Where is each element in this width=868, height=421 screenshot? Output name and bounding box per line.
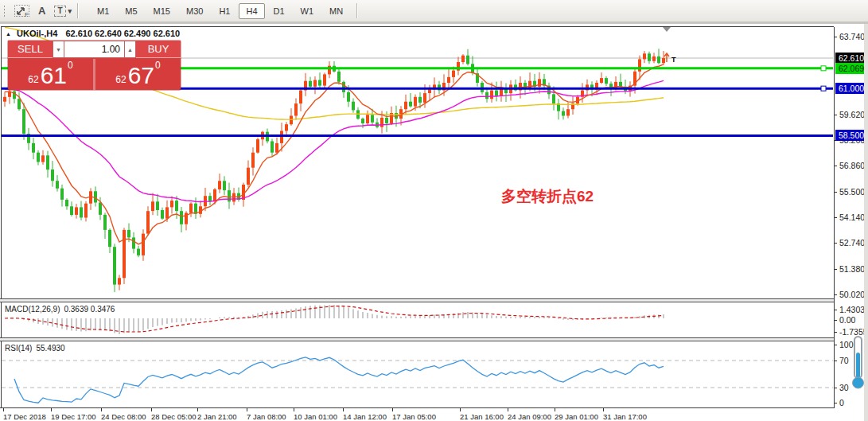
time-tick: [508, 408, 508, 411]
price-tick-label: 59.620: [839, 110, 865, 119]
price-level-label: 61.000: [835, 83, 867, 94]
rsi-label: RSI(14)55.4930: [5, 344, 65, 353]
price-tick-label: 56.860: [839, 161, 865, 170]
toolbar-separator: [77, 3, 79, 18]
rsi-axis-label: 70: [839, 356, 849, 365]
line-handle[interactable]: [821, 66, 826, 71]
price-level-label: 62.069: [835, 63, 867, 74]
volume-input[interactable]: 1.00: [64, 41, 124, 58]
time-tick: [343, 408, 344, 411]
time-tick-label: 28 Dec 05:00: [151, 412, 197, 421]
time-tick: [101, 408, 102, 411]
price-tick: [835, 217, 837, 218]
tab-timeframe-m30[interactable]: M30: [179, 3, 210, 19]
price-tick: [835, 269, 837, 270]
sell-price-button[interactable]: 62 61 0: [8, 59, 93, 90]
macd-axis-tick: [835, 320, 837, 321]
tab-timeframe-m5[interactable]: M5: [118, 3, 144, 19]
volume-decrease-button[interactable]: ▼: [53, 41, 64, 58]
sell-button[interactable]: SELL: [8, 41, 53, 58]
buy-button[interactable]: BUY: [136, 41, 181, 58]
rsi-line: [14, 357, 664, 403]
price-tick: [835, 243, 837, 244]
time-tick-label: 2 Jan 21:00: [197, 412, 237, 421]
time-tick: [603, 408, 604, 411]
time-tick-label: 17 Jan 05:00: [392, 412, 436, 421]
svg-text:T: T: [671, 56, 676, 64]
buy-price-prefix: 62: [115, 74, 126, 85]
tab-timeframe-w1[interactable]: W1: [294, 3, 321, 19]
sell-price-big: 61: [41, 64, 67, 88]
time-tick: [294, 408, 294, 411]
time-tick: [460, 408, 461, 411]
price-tick: [835, 294, 837, 295]
one-click-trading-panel: SELL ▼ 1.00 ▲ BUY 62 61 0 62 67 0: [8, 41, 181, 90]
line-handle[interactable]: [821, 86, 826, 91]
time-tick: [151, 408, 152, 411]
buy-price-big: 67: [128, 64, 154, 88]
time-tick-label: 7 Jan 08:00: [247, 412, 286, 421]
dropdown-caret-icon[interactable]: ▾: [68, 7, 72, 15]
price-tick: [835, 192, 837, 193]
rsi-axis-tick: [835, 403, 837, 403]
tab-timeframe-m1[interactable]: M1: [90, 3, 116, 19]
volume-increase-button[interactable]: ▲: [124, 41, 136, 58]
text-t-icon[interactable]: T: [54, 6, 65, 17]
macd-pane[interactable]: [2, 302, 833, 337]
time-tick: [555, 408, 555, 411]
time-tick: [197, 408, 198, 411]
window-edge: [864, 24, 868, 421]
macd-label: MACD(12,26,9)0.3639 0.3476: [5, 305, 115, 314]
rsi-pane[interactable]: [2, 341, 833, 407]
price-tick: [835, 115, 837, 115]
buy-price-sup: 0: [155, 60, 161, 71]
text-annotation: 多空转折点62: [501, 186, 594, 207]
tab-timeframe-mn[interactable]: MN: [322, 3, 350, 19]
ohlc-values: 62.610 62.640 62.490 62.610: [65, 29, 180, 38]
macd-axis-label: 1.4303: [839, 305, 865, 314]
time-tick-label: 24 Jan 09:00: [508, 412, 551, 421]
price-tick: [835, 166, 837, 166]
moving-average-medium: [5, 80, 664, 201]
time-tick: [392, 408, 393, 411]
macd-axis-tick: [835, 310, 837, 310]
font-a-icon[interactable]: A: [38, 5, 45, 17]
tab-timeframe-h4[interactable]: H4: [239, 3, 264, 19]
tab-timeframe-m15[interactable]: M15: [146, 3, 177, 19]
time-tick-label: 29 Jan 01:00: [555, 412, 598, 421]
rsi-axis-tick: [835, 345, 837, 345]
mt4-window: FAT▾ M1M5M15M30H1H4D1W1MN T ▲ UKOil-,H4 …: [0, 0, 868, 421]
chart-window: T ▲ UKOil-,H4 62.610 62.640 62.490 62.61…: [0, 21, 868, 421]
tab-timeframe-h1[interactable]: H1: [212, 3, 237, 19]
crosshair-arrows-icon[interactable]: [15, 6, 27, 17]
toolbar-separator: [356, 3, 358, 18]
buy-price-button[interactable]: 62 67 0: [95, 59, 181, 90]
time-tick: [51, 408, 52, 411]
time-tick-label: 24 Dec 08:00: [101, 412, 146, 421]
rsi-axis-tick: [835, 388, 837, 388]
price-tick-label: 54.140: [839, 212, 865, 222]
time-tick: [247, 408, 247, 411]
timeframe-buttons: M1M5M15M30H1H4D1W1MN: [89, 3, 351, 19]
tab-timeframe-d1[interactable]: D1: [267, 3, 292, 19]
time-tick-label: 17 Dec 2018: [3, 412, 46, 421]
panel-divider: [93, 59, 95, 90]
time-axis[interactable]: 17 Dec 201819 Dec 17:0024 Dec 08:0028 De…: [0, 408, 834, 421]
rsi-axis-label: 30: [839, 383, 849, 392]
price-tick: [835, 37, 837, 37]
toolbar-icons: FAT▾: [6, 5, 72, 17]
chart-title: ▲ UKOil-,H4 62.610 62.640 62.490 62.610: [6, 29, 180, 38]
price-tick-label: 55.500: [839, 187, 865, 197]
price-tick-label: 51.380: [839, 264, 865, 274]
symbol-period-label: UKOil-,H4: [17, 29, 57, 38]
rsi-axis-tick: [835, 361, 837, 361]
time-tick-label: 10 Jan 01:00: [294, 412, 337, 421]
price-level-label: 58.500: [835, 130, 867, 141]
price-tick-label: 52.740: [839, 238, 865, 248]
collapse-triangle-icon[interactable]: ▲: [6, 31, 11, 37]
chart-shift-marker-icon: [663, 27, 671, 32]
time-tick-label: 31 Jan 17:00: [603, 412, 647, 421]
macd-axis-label: 0.00: [839, 315, 855, 325]
price-tick-label: 63.740: [839, 32, 865, 41]
time-tick-label: 14 Jan 12:00: [343, 412, 387, 421]
